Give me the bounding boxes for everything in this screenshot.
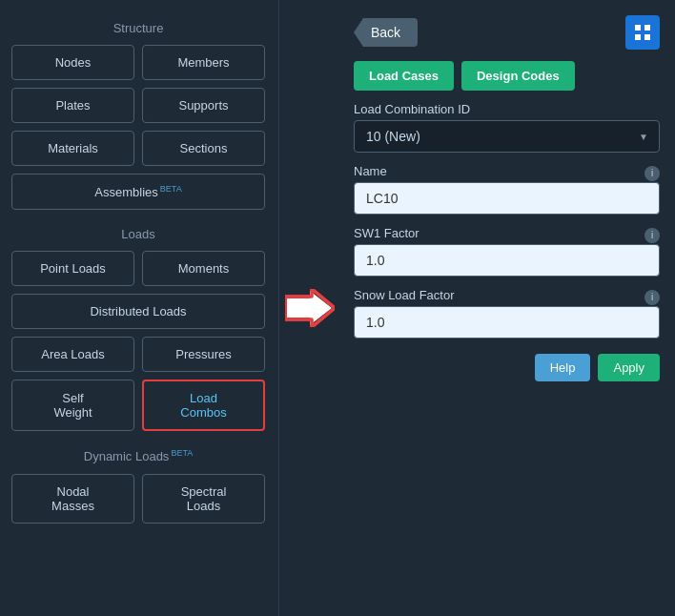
structure-title: Structure — [11, 21, 265, 35]
svg-rect-5 — [635, 34, 641, 40]
load-combination-id-label: Load Combination ID — [354, 102, 660, 116]
load-combination-id-wrapper: 10 (New) — [354, 120, 660, 153]
materials-btn[interactable]: Materials — [11, 131, 134, 166]
name-label: Name — [354, 164, 387, 178]
loads-title: Loads — [11, 227, 265, 241]
back-button[interactable]: Back — [354, 18, 418, 47]
apply-button[interactable]: Apply — [598, 354, 660, 381]
load-combos-btn[interactable]: LoadCombos — [142, 380, 265, 431]
dynamic-row-1: NodalMasses SpectralLoads — [11, 474, 265, 524]
dynamic-loads-label: Dynamic Loads — [84, 450, 170, 464]
assemblies-beta: BETA — [160, 184, 182, 194]
svg-rect-4 — [644, 25, 650, 31]
dynamic-loads-title: Dynamic LoadsBETA — [11, 448, 265, 463]
plates-btn[interactable]: Plates — [11, 88, 134, 123]
snow-load-factor-field: Snow Load Factor i — [354, 288, 660, 339]
dynamic-loads-beta: BETA — [171, 448, 193, 458]
point-loads-btn[interactable]: Point Loads — [11, 251, 134, 286]
assemblies-label: Assemblies — [94, 185, 157, 199]
structure-row-3: Materials Sections — [11, 131, 265, 166]
svg-rect-3 — [635, 25, 641, 31]
members-btn[interactable]: Members — [142, 45, 265, 80]
help-button[interactable]: Help — [535, 354, 591, 381]
loads-row-3: SelfWeight LoadCombos — [11, 380, 265, 431]
sw1-label-row: SW1 Factor i — [354, 226, 660, 244]
panel-divider — [278, 0, 279, 616]
sw1-info-icon[interactable]: i — [644, 228, 660, 243]
self-weight-btn[interactable]: SelfWeight — [11, 380, 134, 431]
right-panel: Back Load Cases Design Codes Load Combin… — [338, 0, 675, 616]
load-combination-id-select[interactable]: 10 (New) — [354, 120, 660, 153]
structure-row-4: AssembliesBETA — [11, 174, 265, 210]
name-label-row: Name i — [354, 164, 660, 182]
snow-load-factor-input[interactable] — [354, 306, 660, 339]
svg-rect-6 — [644, 34, 650, 40]
snow-info-icon[interactable]: i — [644, 290, 660, 305]
name-field: Name i — [354, 164, 660, 215]
loads-row-2: Area Loads Pressures — [11, 337, 265, 372]
structure-row-1: Nodes Members — [11, 45, 265, 80]
nodal-masses-btn[interactable]: NodalMasses — [11, 474, 134, 524]
right-arrow — [285, 289, 335, 327]
load-combination-id-field: Load Combination ID 10 (New) — [354, 102, 660, 153]
snow-load-factor-label: Snow Load Factor — [354, 288, 455, 302]
left-panel: Structure Nodes Members Plates Supports … — [0, 0, 276, 616]
sections-btn[interactable]: Sections — [142, 131, 265, 166]
area-loads-btn[interactable]: Area Loads — [11, 337, 134, 372]
load-cases-tab[interactable]: Load Cases — [354, 61, 454, 91]
right-header: Back — [354, 15, 660, 50]
action-row: Help Apply — [354, 354, 660, 381]
name-input[interactable] — [354, 182, 660, 215]
sw1-factor-field: SW1 Factor i — [354, 226, 660, 277]
design-codes-tab[interactable]: Design Codes — [461, 61, 575, 91]
loads-row-1: Point Loads Moments — [11, 251, 265, 286]
nodes-btn[interactable]: Nodes — [11, 45, 134, 80]
name-info-icon[interactable]: i — [644, 166, 660, 181]
structure-row-2: Plates Supports — [11, 88, 265, 123]
distributed-loads-btn[interactable]: Distributed Loads — [11, 294, 265, 329]
supports-btn[interactable]: Supports — [142, 88, 265, 123]
sw1-factor-input[interactable] — [354, 244, 660, 277]
snow-label-row: Snow Load Factor i — [354, 288, 660, 306]
moments-btn[interactable]: Moments — [142, 251, 265, 286]
assemblies-btn[interactable]: AssembliesBETA — [11, 174, 265, 210]
spectral-loads-btn[interactable]: SpectralLoads — [142, 474, 265, 524]
sw1-factor-label: SW1 Factor — [354, 226, 419, 240]
grid-icon-button[interactable] — [625, 15, 660, 50]
pressures-btn[interactable]: Pressures — [142, 337, 265, 372]
arrow-container — [281, 0, 338, 616]
tab-row: Load Cases Design Codes — [354, 61, 660, 91]
loads-row-distributed: Distributed Loads — [11, 294, 265, 329]
grid-icon — [634, 24, 651, 41]
